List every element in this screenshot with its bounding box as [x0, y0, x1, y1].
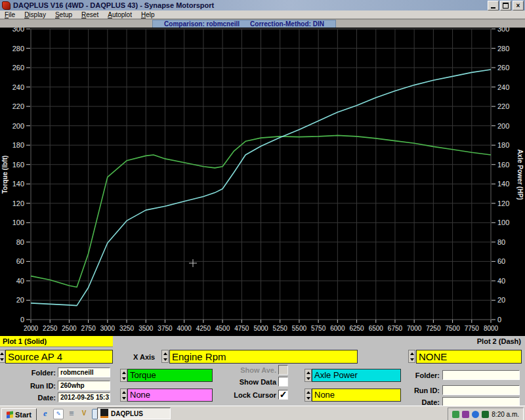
chart-plot-area[interactable]: Axle Power (HP)Torque (lbft)300300280280… — [0, 28, 525, 336]
start-button-label: Start — [15, 411, 32, 419]
svg-text:180: 180 — [12, 141, 24, 149]
svg-text:2750: 2750 — [81, 325, 96, 332]
svg-text:260: 260 — [12, 64, 24, 72]
svg-text:4500: 4500 — [215, 325, 230, 332]
close-button[interactable]: × — [513, 1, 524, 10]
svg-text:220: 220 — [12, 102, 24, 110]
comparison-bar: Comparison: robmcneill Correction-Method… — [0, 19, 525, 28]
plot1-date-input[interactable]: 2012-09-25 15:31:09 — [58, 392, 110, 402]
svg-text:2500: 2500 — [62, 325, 77, 332]
plot1-channel1-spinner[interactable] — [120, 369, 127, 382]
minimize-button[interactable] — [488, 1, 499, 10]
lock-cursor-checkbox[interactable]: ✓ — [278, 390, 288, 400]
taskbar-daqplus-button[interactable]: DAQPLUS — [97, 408, 171, 419]
maximize-button[interactable] — [500, 1, 511, 10]
svg-text:60: 60 — [497, 257, 505, 265]
plot2-source-spinner[interactable] — [408, 350, 415, 363]
svg-text:20: 20 — [16, 296, 24, 304]
svg-text:7750: 7750 — [465, 325, 480, 332]
start-button[interactable]: Start — [1, 408, 37, 420]
svg-text:7000: 7000 — [407, 325, 422, 332]
svg-text:120: 120 — [12, 200, 24, 207]
tray-icon-4[interactable] — [482, 411, 489, 418]
taskbar: Start e ✎ ≣ V DAQPLUS 8:20 a.m. — [0, 406, 525, 420]
svg-text:300: 300 — [497, 28, 509, 33]
app-icon — [2, 1, 10, 10]
menu-autoplot[interactable]: Autoplot — [103, 11, 136, 18]
svg-text:3500: 3500 — [138, 325, 154, 332]
svg-text:8000: 8000 — [484, 325, 499, 332]
layers-icon[interactable]: ≣ — [67, 409, 76, 418]
tray-icon-2[interactable] — [462, 411, 469, 418]
svg-text:80: 80 — [497, 238, 505, 246]
svg-text:220: 220 — [497, 102, 509, 110]
svg-text:5750: 5750 — [311, 325, 326, 332]
menu-help[interactable]: Help — [136, 11, 159, 18]
plot2-folder-label: Folder: — [387, 371, 440, 379]
plot2-folder-input[interactable] — [442, 370, 520, 380]
svg-text:6500: 6500 — [369, 325, 384, 332]
svg-text:4250: 4250 — [196, 325, 211, 332]
x-axis-label: X Axis — [133, 353, 155, 361]
windows-logo-icon — [7, 411, 13, 418]
show-ave-label: Show Ave. — [224, 366, 276, 374]
menu-setup[interactable]: Setup — [51, 11, 77, 18]
svg-text:260: 260 — [497, 64, 509, 72]
menu-file[interactable]: File — [0, 11, 20, 18]
taskbar-daqplus-label: DAQPLUS — [111, 410, 143, 417]
svg-text:2250: 2250 — [43, 325, 58, 332]
svg-text:40: 40 — [16, 277, 24, 285]
control-panel: Plot 1 (Solid) Plot 2 (Dash) Source AP 4… — [0, 336, 525, 406]
plot2-channel1-spinner[interactable] — [304, 369, 312, 382]
x-axis-spinner[interactable] — [161, 350, 169, 363]
plot1-folder-input[interactable]: robmcneill — [58, 368, 110, 377]
plot1-channel2-spinner[interactable] — [120, 388, 127, 402]
plot2-source-field[interactable]: NONE — [416, 350, 522, 364]
plot1-channel1-field[interactable]: Torque — [127, 369, 213, 382]
svg-text:160: 160 — [497, 161, 509, 169]
svg-text:4000: 4000 — [177, 325, 192, 332]
dyno-chart[interactable]: Axle Power (HP)Torque (lbft)300300280280… — [0, 28, 525, 336]
menu-display[interactable]: Display — [20, 11, 51, 18]
menu-reset[interactable]: Reset — [77, 11, 103, 18]
svg-text:140: 140 — [12, 180, 24, 188]
lock-cursor-label: Lock Cursor — [224, 391, 276, 399]
svg-text:3250: 3250 — [119, 325, 135, 332]
svg-text:80: 80 — [16, 238, 24, 246]
plot1-date-label: Date: — [3, 394, 56, 402]
show-data-checkbox[interactable] — [278, 377, 288, 387]
plot2-runid-label: Run ID: — [387, 387, 440, 394]
svg-text:100: 100 — [497, 219, 509, 226]
svg-text:200: 200 — [497, 122, 509, 130]
svg-text:240: 240 — [497, 83, 509, 91]
svg-text:7500: 7500 — [445, 325, 460, 332]
comparison-label: Comparison: robmcneill — [164, 20, 240, 28]
plot1-source-field[interactable]: Source AP 4 — [5, 350, 113, 364]
title-bar: DAQPLUS V16 (4WD - DAQPLUS 43) - Synapse… — [0, 0, 525, 10]
clock: 8:20 a.m. — [492, 411, 519, 418]
svg-text:6750: 6750 — [388, 325, 403, 332]
plot1-folder-label: Folder: — [3, 369, 56, 377]
x-axis-field[interactable]: Engine Rpm — [169, 350, 358, 364]
plot1-runid-input[interactable]: 260whp — [58, 381, 110, 390]
show-ave-checkbox[interactable] — [278, 365, 288, 375]
email-icon[interactable]: ✎ — [53, 409, 64, 419]
svg-text:200: 200 — [12, 122, 24, 130]
svg-text:100: 100 — [12, 219, 24, 226]
tray-icon-1[interactable] — [452, 411, 459, 418]
plot1-source-spinner[interactable] — [0, 350, 5, 363]
tray-icon-3[interactable] — [472, 411, 479, 418]
svg-text:60: 60 — [16, 257, 24, 265]
svg-text:180: 180 — [497, 141, 509, 149]
svg-text:280: 280 — [497, 45, 509, 52]
plot1-header: Plot 1 (Solid) — [0, 336, 113, 347]
svg-text:0: 0 — [497, 316, 501, 324]
svg-text:5000: 5000 — [253, 325, 268, 332]
plot1-channel2-field[interactable]: None — [127, 388, 213, 402]
internet-explorer-icon[interactable]: e — [41, 409, 50, 418]
plot2-runid-input[interactable] — [442, 385, 520, 395]
media-icon[interactable]: V — [79, 409, 89, 418]
plot2-channel2-spinner[interactable] — [304, 388, 312, 402]
plot2-header: Plot 2 (Dash) — [477, 337, 521, 345]
svg-text:20: 20 — [497, 296, 505, 304]
